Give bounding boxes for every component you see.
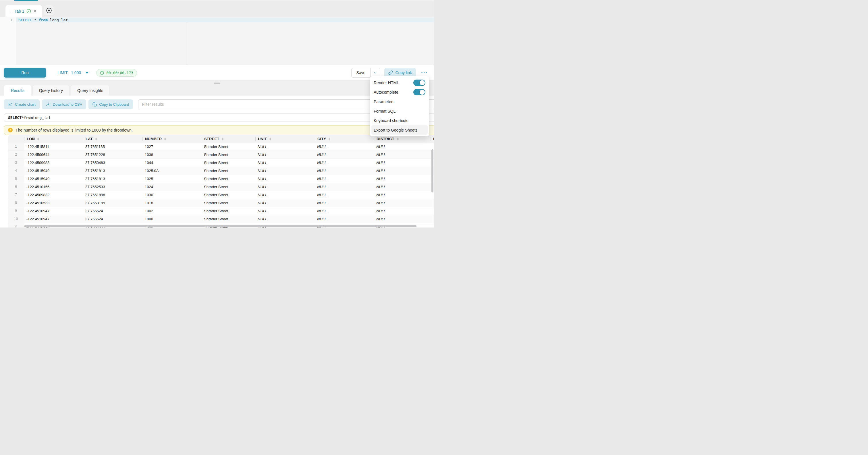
sql-code-line[interactable]: SELECT * from long_lat	[19, 18, 68, 22]
save-button[interactable]: Save	[351, 68, 371, 77]
cell-city: NULL	[315, 191, 374, 199]
success-check-icon	[26, 9, 31, 13]
table-header-row: LONLATNUMBERSTREETUNITCITYDISTRICTRE	[8, 135, 434, 143]
table-row: 2-122.450964437.76512281038Shrader Stree…	[8, 151, 434, 159]
run-button[interactable]: Run	[4, 68, 46, 78]
table-row: 1-122.451581137.76511351027Shrader Stree…	[8, 143, 434, 151]
cell-lat: 37.7651813	[83, 167, 143, 175]
results-tab-bar: Results Query history Query Insights	[4, 85, 110, 96]
column-header-street[interactable]: STREET	[202, 135, 255, 143]
sort-icon[interactable]	[397, 138, 399, 141]
column-header-label: NUMBER	[145, 137, 162, 141]
sql-text: long_lat	[33, 116, 51, 120]
sql-keyword: from	[38, 18, 48, 22]
sql-editor[interactable]: 1 SELECT * from long_lat	[0, 17, 434, 65]
menu-item-export-to-google-sheets[interactable]: Export to Google Sheets	[371, 125, 428, 135]
cell-lon: -122.4510947	[24, 215, 83, 223]
cell-district: NULL	[374, 215, 431, 223]
download-icon	[46, 102, 51, 107]
sort-icon[interactable]	[95, 138, 97, 141]
toggle-on[interactable]	[413, 89, 425, 95]
vertical-scrollbar-thumb[interactable]	[431, 149, 433, 192]
new-tab-button[interactable]	[44, 5, 54, 16]
resize-handle[interactable]	[214, 82, 220, 84]
cell-number: 1044	[143, 159, 202, 166]
menu-item-autocomplete[interactable]: Autocomplete	[371, 87, 428, 97]
cell-row-number: 3	[8, 159, 24, 166]
cell-number: 1024	[143, 183, 202, 191]
tab-query-insights[interactable]: Query Insights	[71, 85, 110, 96]
menu-item-keyboard-shortcuts[interactable]: Keyboard shortcuts	[371, 116, 428, 125]
cell-row-number: 4	[8, 167, 24, 175]
toggle-on[interactable]	[413, 80, 425, 86]
cell-street: Shrader Street	[202, 143, 255, 151]
cell-row-number: 2	[8, 151, 24, 158]
sql-workbench-screen: Tab 1 1 SELECT * from long_lat Run LIMIT…	[0, 0, 434, 228]
query-tab[interactable]: Tab 1	[5, 5, 42, 17]
column-header-label: LON	[27, 137, 35, 141]
column-header-lon[interactable]: LON	[24, 135, 83, 143]
limit-dropdown[interactable]: LIMIT: 1 000	[57, 70, 89, 75]
create-chart-button[interactable]: Create chart	[4, 99, 40, 109]
sort-icon[interactable]	[222, 138, 223, 141]
menu-item-label: Parameters	[374, 99, 394, 104]
header-row-number	[8, 135, 24, 143]
column-header-city[interactable]: CITY	[315, 135, 374, 143]
cell-lat: 37.7651813	[83, 175, 143, 183]
tab-query-history[interactable]: Query history	[32, 85, 69, 96]
results-actions-row: Create chart Download to CSV Copy to Cli…	[4, 99, 434, 109]
cell-district: NULL	[374, 159, 431, 166]
sort-icon[interactable]	[164, 138, 166, 141]
copy-clipboard-button[interactable]: Copy to Clipboard	[89, 99, 133, 109]
menu-item-label: Format SQL	[374, 109, 396, 114]
horizontal-scrollbar-thumb[interactable]	[24, 225, 416, 227]
sort-icon[interactable]	[329, 138, 330, 141]
chevron-down-icon	[373, 71, 377, 75]
menu-item-parameters[interactable]: Parameters	[371, 97, 428, 106]
close-tab-icon[interactable]	[33, 9, 37, 13]
cell-city: NULL	[315, 207, 374, 215]
cell-lon: -122.4515949	[24, 175, 83, 183]
menu-item-label: Render HTML	[374, 81, 399, 85]
column-header-label: RE	[433, 137, 434, 141]
query-tab-label: Tab 1	[14, 9, 24, 13]
more-options-button[interactable]: ···	[421, 70, 428, 75]
column-header-lat[interactable]: LAT	[83, 135, 143, 143]
cell-district: NULL	[374, 183, 431, 191]
table-row: 4-122.451594937.76518131025.0AShrader St…	[8, 167, 434, 175]
column-header-label: STREET	[204, 137, 219, 141]
cell-city: NULL	[315, 199, 374, 207]
cell-unit: NULL	[255, 151, 315, 158]
column-header-label: CITY	[317, 137, 326, 141]
cell-lat: 37.7651228	[83, 151, 143, 158]
limit-label: LIMIT:	[57, 70, 68, 75]
sort-icon[interactable]	[37, 138, 39, 141]
table-row: 9-122.451094737.7655241002Shrader Street…	[8, 207, 434, 215]
sort-icon[interactable]	[270, 138, 271, 141]
column-header-number[interactable]: NUMBER	[143, 135, 202, 143]
menu-item-render-html[interactable]: Render HTML	[371, 78, 428, 87]
cell-number: 1000	[143, 215, 202, 223]
column-header-label: LAT	[86, 137, 93, 141]
cell-re	[431, 199, 434, 207]
column-header-re[interactable]: RE	[431, 135, 434, 143]
editor-print-margin	[186, 22, 186, 65]
menu-item-format-sql[interactable]: Format SQL	[371, 106, 428, 116]
cell-street: Shrader Street	[202, 167, 255, 175]
tab-results[interactable]: Results	[4, 85, 31, 96]
download-csv-button[interactable]: Download to CSV	[42, 99, 87, 109]
sql-keyword: SELECT	[8, 116, 22, 120]
warning-text: The number of rows displayed is limited …	[16, 128, 133, 132]
drag-handle-icon[interactable]	[11, 10, 12, 13]
cell-number: 1025.0A	[143, 167, 202, 175]
cell-lon: -122.4515949	[24, 167, 83, 175]
cell-lat: 37.7651898	[83, 191, 143, 199]
sql-text: long_lat	[48, 18, 68, 22]
cell-unit: NULL	[255, 175, 315, 183]
cell-street: Shrader Street	[202, 183, 255, 191]
column-header-unit[interactable]: UNIT	[255, 135, 315, 143]
sql-text: *	[32, 18, 38, 22]
save-options-button[interactable]	[371, 68, 380, 77]
cell-unit: NULL	[255, 215, 315, 223]
copy-clipboard-label: Copy to Clipboard	[99, 102, 129, 107]
